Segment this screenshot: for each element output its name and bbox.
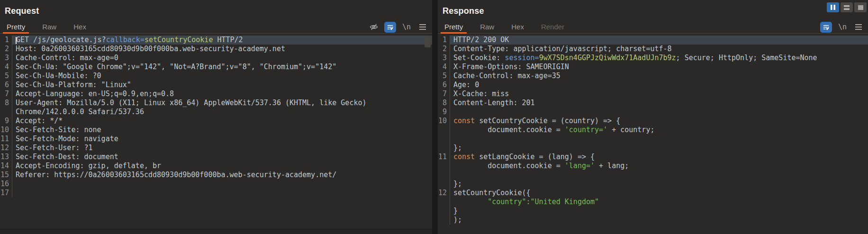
single-pane-button[interactable] <box>854 2 867 12</box>
pause-button[interactable] <box>827 2 839 12</box>
code-text: Chrome/142.0.0.0 Safari/537.36 <box>12 108 432 117</box>
code-text: const setLangCookie = (lang) => { <box>450 153 868 162</box>
code-text: Sec-Ch-Ua-Platform: "Linux" <box>12 81 432 90</box>
request-vertical-scrollbar[interactable] <box>425 37 431 47</box>
line-number: 2 <box>0 45 12 54</box>
code-line[interactable]: 4Sec-Ch-Ua: "Google Chrome";v="142", "No… <box>0 63 432 72</box>
line-number: 8 <box>0 99 12 108</box>
code-line[interactable]: 8Content-Length: 201 <box>438 99 868 108</box>
code-line[interactable]: 2Content-Type: application/javascript; c… <box>438 45 868 54</box>
code-text: Accept-Language: en-US;q=0.9,en;q=0.8 <box>12 90 432 99</box>
newline-icon[interactable]: \n <box>837 21 848 33</box>
line-number: 7 <box>438 90 450 99</box>
request-tab-raw[interactable]: Raw <box>40 21 58 33</box>
newline-icon[interactable]: \n <box>401 21 412 33</box>
code-line[interactable]: 6Sec-Ch-Ua-Platform: "Linux" <box>0 81 432 90</box>
request-editor[interactable]: 1GET /js/geolocate.js?callback=setCountr… <box>0 34 432 234</box>
code-text <box>450 171 868 180</box>
code-line[interactable]: ); <box>438 216 868 225</box>
code-line[interactable]: 9Accept: */* <box>0 117 432 126</box>
code-line[interactable]: 15Referer: https://0a26003603165cdd80930… <box>0 171 432 180</box>
code-line[interactable]: 11Sec-Fetch-Mode: navigate <box>0 135 432 144</box>
code-text: ); <box>450 216 868 225</box>
code-text <box>12 189 432 198</box>
code-text: Accept-Encoding: gzip, deflate, br <box>12 162 432 171</box>
code-line[interactable]: 12setCountryCookie({ <box>438 189 868 198</box>
request-tab-pretty[interactable]: Pretty <box>5 21 27 33</box>
code-text <box>450 135 868 144</box>
code-text: User-Agent: Mozilla/5.0 (X11; Linux x86_… <box>12 99 432 108</box>
code-text: Content-Type: application/javascript; ch… <box>450 45 868 54</box>
code-line[interactable]: 2Host: 0a26003603165cdd80930d9b00f000ba.… <box>0 45 432 54</box>
square-icon <box>858 5 863 10</box>
response-tab-hex[interactable]: Hex <box>509 21 526 33</box>
code-text: Host: 0a26003603165cdd80930d9b00f000ba.w… <box>12 45 432 54</box>
code-line[interactable]: 3Set-Cookie: session=9wX7SDsn4GGPJzQiwWd… <box>438 54 868 63</box>
line-number: 4 <box>438 63 450 72</box>
code-line[interactable]: 1HTTP/2 200 OK <box>438 36 868 45</box>
code-line[interactable]: Chrome/142.0.0.0 Safari/537.36 <box>0 108 432 117</box>
request-horizontal-scrollbar[interactable] <box>0 229 432 234</box>
menu-icon[interactable] <box>417 21 428 33</box>
line-number: 1 <box>0 36 12 45</box>
code-line[interactable]: 16 <box>0 180 432 189</box>
code-line[interactable]: } <box>438 207 868 216</box>
code-line[interactable]: 5Sec-Ch-Ua-Mobile: ?0 <box>0 72 432 81</box>
code-line[interactable]: 9 <box>438 108 868 117</box>
code-line[interactable]: "country":"United Kingdom" <box>438 198 868 207</box>
code-line[interactable]: 7X-Cache: miss <box>438 90 868 99</box>
line-number <box>438 198 450 207</box>
code-line[interactable]: 14Accept-Encoding: gzip, deflate, br <box>0 162 432 171</box>
code-text: Cache-Control: max-age=35 <box>450 72 868 81</box>
code-line[interactable]: 6Age: 0 <box>438 81 868 90</box>
eye-off-icon[interactable] <box>368 21 380 33</box>
response-tab-raw[interactable]: Raw <box>478 21 496 33</box>
line-number: 8 <box>438 99 450 108</box>
code-line[interactable]: 7Accept-Language: en-US;q=0.9,en;q=0.8 <box>0 90 432 99</box>
code-line[interactable]: 13Sec-Fetch-Dest: document <box>0 153 432 162</box>
code-line[interactable]: document.cookie = 'country=' + country; <box>438 126 868 135</box>
line-number <box>438 126 450 135</box>
line-number <box>0 108 12 117</box>
code-line[interactable]: 17 <box>0 189 432 198</box>
code-line[interactable]: document.cookie = 'lang=' + lang; <box>438 162 868 171</box>
window-controls <box>827 2 867 12</box>
code-line[interactable]: 3Cache-Control: max-age=0 <box>0 54 432 63</box>
code-line[interactable]: 10const setCountryCookie = (country) => … <box>438 117 868 126</box>
code-line[interactable] <box>438 135 868 144</box>
pause-icon <box>831 5 835 10</box>
split-rows-button[interactable] <box>841 2 853 12</box>
line-number: 3 <box>438 54 450 63</box>
request-tab-hex[interactable]: Hex <box>72 21 88 33</box>
code-line[interactable]: 4X-Frame-Options: SAMEORIGIN <box>438 63 868 72</box>
response-tab-icons: \n <box>820 21 864 33</box>
code-text: Referer: https://0a26003603165cdd80930d9… <box>12 171 432 180</box>
code-line[interactable]: 8User-Agent: Mozilla/5.0 (X11; Linux x86… <box>0 99 432 108</box>
code-line[interactable]: 11const setLangCookie = (lang) => { <box>438 153 868 162</box>
code-line[interactable]: }; <box>438 180 868 189</box>
code-text: } <box>450 207 868 216</box>
soft-wrap-icon[interactable] <box>384 22 396 33</box>
code-text: }; <box>450 144 868 153</box>
panel-divider[interactable] <box>432 0 438 234</box>
code-text: HTTP/2 200 OK <box>450 36 868 45</box>
response-tab-pretty[interactable]: Pretty <box>443 21 465 33</box>
code-line[interactable]: 5Cache-Control: max-age=35 <box>438 72 868 81</box>
code-line[interactable]: 1GET /js/geolocate.js?callback=setCountr… <box>0 36 432 45</box>
code-line[interactable]: 12Sec-Fetch-User: ?1 <box>0 144 432 153</box>
response-editor[interactable]: 1HTTP/2 200 OK2Content-Type: application… <box>438 34 868 234</box>
line-number: 1 <box>438 36 450 45</box>
line-number: 5 <box>0 72 12 81</box>
code-text: Accept: */* <box>12 117 432 126</box>
menu-icon[interactable] <box>853 21 864 33</box>
code-line[interactable]: }; <box>438 144 868 153</box>
request-panel-title: Request <box>5 6 39 16</box>
line-number: 9 <box>0 117 12 126</box>
code-text: Cache-Control: max-age=0 <box>12 54 432 63</box>
line-number <box>438 171 450 180</box>
line-number: 11 <box>438 153 450 162</box>
soft-wrap-icon[interactable] <box>820 22 832 33</box>
response-tabs: PrettyRawHexRender <box>443 21 579 33</box>
code-line[interactable]: 10Sec-Fetch-Site: none <box>0 126 432 135</box>
code-line[interactable] <box>438 171 868 180</box>
